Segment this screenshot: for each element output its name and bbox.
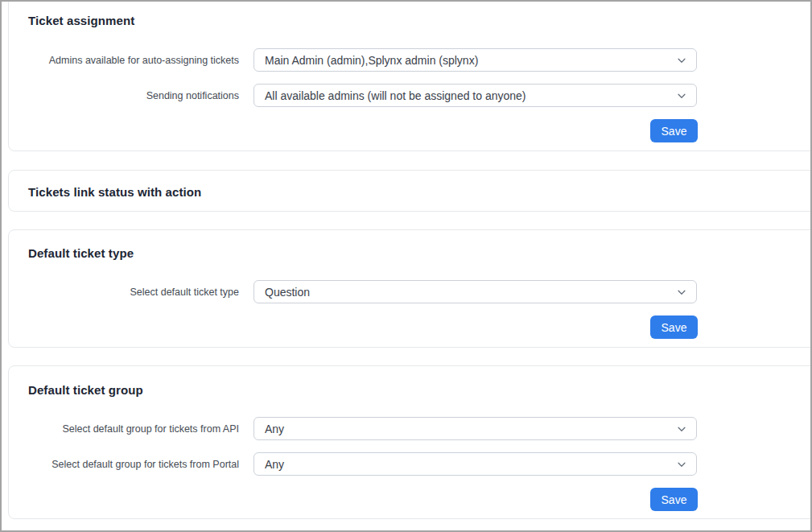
chevron-down-icon: [676, 287, 687, 298]
default-group-api-select[interactable]: Any: [253, 417, 697, 440]
chevron-down-icon: [676, 459, 687, 470]
section-title: Default ticket type: [28, 246, 134, 260]
chevron-down-icon: [676, 423, 687, 435]
chevron-down-icon: [676, 55, 687, 66]
form-row-admins-auto-assign: Admins available for auto-assigning tick…: [9, 48, 697, 72]
default-group-portal-select-value: Any: [265, 458, 284, 471]
section-title: Ticket assignment: [28, 14, 134, 27]
default-ticket-type-select[interactable]: Question: [253, 280, 697, 303]
form-row-sending-notifications: Sending notifications All available admi…: [9, 84, 697, 107]
save-button[interactable]: Save: [650, 315, 698, 339]
default-ticket-type-label: Select default ticket type: [9, 287, 239, 298]
default-group-portal-label: Select default group for tickets from Po…: [9, 459, 239, 470]
admins-auto-assign-label: Admins available for auto-assigning tick…: [9, 55, 239, 66]
form-row-default-group-api: Select default group for tickets from AP…: [9, 417, 697, 440]
save-button[interactable]: Save: [650, 119, 698, 142]
admins-auto-assign-select[interactable]: Main Admin (admin),Splynx admin (splynx): [253, 48, 697, 72]
form-row-default-group-portal: Select default group for tickets from Po…: [9, 452, 697, 476]
sending-notifications-label: Sending notifications: [9, 90, 239, 101]
admins-auto-assign-select-value: Main Admin (admin),Splynx admin (splynx): [265, 54, 478, 67]
sending-notifications-select[interactable]: All available admins (will not be assign…: [253, 84, 697, 107]
default-ticket-type-select-value: Question: [265, 286, 310, 299]
section-title: Default ticket group: [28, 383, 143, 397]
section-ticket-assignment: Ticket assignment Admins available for a…: [8, 0, 812, 151]
default-group-portal-select[interactable]: Any: [253, 452, 697, 476]
form-row-default-ticket-type: Select default ticket type Question: [9, 280, 697, 303]
settings-page: Ticket assignment Admins available for a…: [0, 0, 812, 532]
sending-notifications-select-value: All available admins (will not be assign…: [265, 89, 526, 102]
chevron-down-icon: [676, 90, 687, 101]
section-tickets-link-status: Tickets link status with action: [8, 170, 812, 212]
section-default-ticket-type: Default ticket type Select default ticke…: [8, 229, 812, 348]
save-button[interactable]: Save: [650, 488, 698, 511]
section-default-ticket-group: Default ticket group Select default grou…: [8, 365, 812, 519]
default-group-api-select-value: Any: [265, 423, 284, 435]
section-title: Tickets link status with action: [28, 185, 201, 199]
default-group-api-label: Select default group for tickets from AP…: [9, 423, 239, 435]
